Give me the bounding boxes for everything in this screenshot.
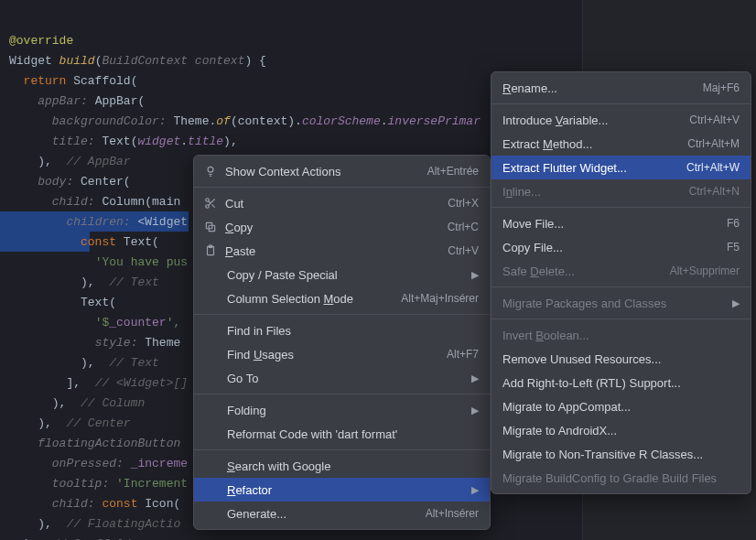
menu-label: Migrate Packages and Classes (502, 297, 725, 310)
code-token: // FloatingActio (66, 517, 180, 531)
menu-shortcut: Alt+Supprimer (670, 265, 740, 277)
menu-item-go-to[interactable]: Go To ▶ (194, 366, 490, 390)
code-token (9, 437, 38, 450)
menu-label: Extract Method... (502, 137, 680, 151)
submenu-item-remove-unused[interactable]: Remove Unused Resources... (491, 347, 751, 371)
menu-shortcut: Ctrl+Alt+M (687, 137, 740, 150)
svg-point-0 (208, 167, 213, 172)
code-token: Scaffold (73, 74, 130, 88)
menu-item-paste[interactable]: Paste Ctrl+V (194, 239, 490, 263)
blank-icon (205, 482, 220, 497)
menu-shortcut: F6 (727, 217, 740, 230)
code-token: ( (124, 175, 131, 189)
menu-label: Extract Flutter Widget... (502, 161, 679, 175)
menu-separator (194, 449, 490, 450)
menu-label: Copy File... (502, 241, 719, 254)
menu-item-reformat-dart[interactable]: Reformat Code with 'dart format' (194, 422, 490, 446)
menu-item-folding[interactable]: Folding ▶ (194, 398, 490, 422)
menu-label: Introduce Variable... (502, 113, 682, 127)
code-token: . (381, 114, 388, 128)
submenu-item-migrate-androidx[interactable]: Migrate to AndroidX... (491, 418, 751, 442)
code-token: // <Widget>[] (95, 376, 188, 390)
menu-item-column-selection[interactable]: Column Selection Mode Alt+Maj+Insérer (194, 286, 490, 310)
submenu-item-extract-method[interactable]: Extract Method... Ctrl+Alt+M (491, 132, 751, 156)
submenu-item-move-file[interactable]: Move File... F6 (491, 211, 751, 235)
blank-icon (205, 403, 220, 417)
code-token: 'Increment (116, 477, 188, 491)
code-token: . (180, 135, 188, 148)
code-token: colorScheme (302, 114, 381, 128)
code-token: floatingActionButton (38, 437, 180, 450)
menu-separator (491, 319, 751, 319)
scissors-icon (203, 196, 218, 211)
menu-item-find-usages[interactable]: Find Usages Alt+F7 (194, 342, 490, 366)
menu-label: Column Selection Mode (227, 292, 394, 306)
menu-item-find-in-files[interactable]: Find in Files (194, 319, 490, 342)
menu-label: Search with Google (227, 459, 479, 473)
code-token: appBar: (38, 94, 94, 108)
menu-separator (194, 187, 490, 188)
code-token: style: (95, 336, 146, 350)
code-token: const (102, 497, 145, 511)
chevron-right-icon: ▶ (471, 269, 479, 281)
menu-shortcut: Alt+F7 (447, 348, 479, 361)
blank-icon (205, 371, 220, 385)
blank-icon (205, 267, 220, 282)
menu-label: Invert Boolean... (502, 329, 740, 342)
code-token: return (9, 74, 73, 88)
code-token: (main (145, 195, 180, 209)
menu-label: Paste (225, 244, 440, 258)
menu-label: Rename... (502, 81, 696, 95)
menu-label: Move File... (502, 217, 719, 231)
menu-label: Migrate BuildConfig to Gradle Build File… (502, 471, 740, 485)
code-token (9, 457, 52, 470)
submenu-item-add-rtl[interactable]: Add Right-to-Left (RTL) Support... (491, 371, 751, 394)
bulb-icon (203, 164, 218, 178)
submenu-item-invert-boolean: Invert Boolean... (491, 323, 751, 347)
submenu-item-migrate-buildconfig: Migrate BuildConfig to Gradle Build File… (491, 466, 751, 490)
code-token (9, 195, 52, 209)
code-token: widget (137, 135, 180, 148)
menu-item-show-context-actions[interactable]: Show Context Actions Alt+Entrée (194, 159, 490, 183)
submenu-item-copy-file[interactable]: Copy File... F5 (491, 235, 751, 259)
menu-item-generate[interactable]: Generate... Alt+Insérer (194, 502, 490, 525)
code-token: ) { (244, 54, 265, 68)
code-token: Theme (173, 114, 209, 128)
code-token: // Center (66, 416, 130, 430)
blank-icon (205, 459, 220, 473)
code-token: // Text (109, 275, 159, 289)
submenu-item-rename[interactable]: Rename... Maj+F6 (491, 76, 751, 100)
submenu-item-migrate-appcompat[interactable]: Migrate to AppCompat... (491, 394, 751, 418)
code-token: ), (9, 396, 81, 410)
code-token: Icon (145, 497, 173, 511)
code-token: child: (52, 195, 103, 209)
menu-item-copy[interactable]: Copy Ctrl+C (194, 215, 490, 239)
menu-item-refactor[interactable]: Refactor ▶ (194, 478, 490, 502)
blank-icon (205, 427, 220, 441)
code-token: BuildContext context (102, 54, 244, 68)
menu-item-search-google[interactable]: Search with Google (194, 454, 490, 478)
menu-shortcut: F5 (727, 241, 740, 254)
menu-shortcut: Ctrl+C (448, 221, 479, 233)
menu-separator (194, 394, 490, 394)
code-token: ( (131, 74, 138, 88)
menu-label: Remove Unused Resources... (502, 352, 740, 366)
code-token: 'You have pus (95, 255, 188, 269)
code-token: Text (102, 135, 130, 148)
submenu-item-introduce-variable[interactable]: Introduce Variable... Ctrl+Alt+V (491, 108, 751, 132)
menu-label: Refactor (227, 483, 464, 497)
code-token: tooltip: (52, 477, 116, 491)
menu-item-copy-paste-special[interactable]: Copy / Paste Special ▶ (194, 263, 490, 286)
code-token: title: (52, 135, 103, 148)
menu-item-cut[interactable]: Cut Ctrl+X (194, 191, 490, 215)
code-token (9, 135, 52, 148)
submenu-item-migrate-nontransitive[interactable]: Migrate to Non-Transitive R Classes... (491, 442, 751, 466)
svg-point-2 (206, 205, 210, 209)
submenu-item-extract-flutter-widget[interactable]: Extract Flutter Widget... Ctrl+Alt+W (491, 156, 751, 179)
blank-icon (205, 291, 220, 306)
menu-label: Find in Files (227, 324, 479, 338)
code-token: title (188, 135, 223, 148)
chevron-right-icon: ▶ (471, 484, 479, 496)
menu-label: Add Right-to-Left (RTL) Support... (502, 376, 740, 390)
code-token: inversePrimar (388, 114, 481, 128)
